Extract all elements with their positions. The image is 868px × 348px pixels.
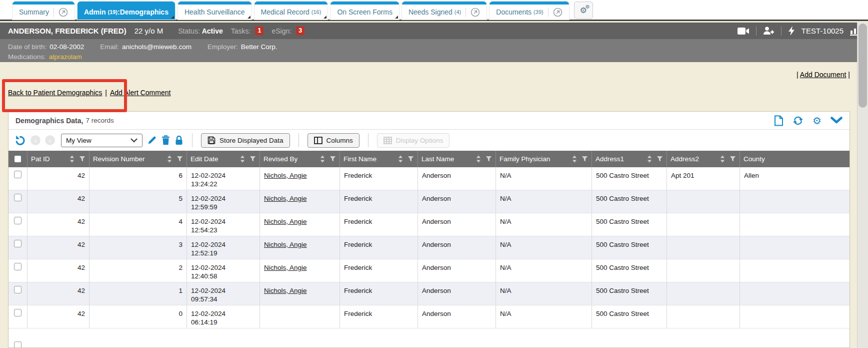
column-header-edit-date[interactable]: Edit Date xyxy=(187,151,260,167)
tab-admin-demographics[interactable]: Admin (19):Demographics xyxy=(78,2,175,20)
cell-family-physician: N/A xyxy=(496,305,592,328)
view-select[interactable]: My View xyxy=(61,134,142,147)
tab-medical-record[interactable]: Medical Record (16) xyxy=(254,2,328,20)
employer-value: Better Corp. xyxy=(241,43,278,51)
cell-family-physician: N/A xyxy=(496,190,592,213)
cell-address2 xyxy=(667,190,740,213)
cell-first-name: Frederick xyxy=(340,282,418,305)
column-header-last-name[interactable]: Last Name xyxy=(418,151,496,167)
table-row: 42 0 12-02-202406:14:19 Frederick Anders… xyxy=(8,305,850,328)
external-link-icon[interactable] xyxy=(548,8,562,17)
edit-view-pencil-icon[interactable] xyxy=(147,135,157,145)
cell-county xyxy=(740,259,850,282)
column-header-revised-by[interactable]: Revised By xyxy=(260,151,340,167)
tab-on-screen-forms[interactable]: On Screen Forms xyxy=(330,2,398,20)
revised-by-link[interactable]: Nichols, Angie xyxy=(264,241,307,248)
revised-by-link[interactable]: Nichols, Angie xyxy=(264,195,307,202)
back-to-patient-demographics-link[interactable]: Back to Patient Demographics xyxy=(8,89,102,97)
external-link-icon[interactable] xyxy=(54,8,68,17)
external-link-icon[interactable] xyxy=(466,8,480,17)
cell-pat-id: 42 xyxy=(28,305,90,328)
row-checkbox[interactable] xyxy=(14,171,22,178)
table-row: 42 1 12-02-202409:57:34 Nichols, Angie F… xyxy=(8,282,850,305)
cell-revision-number: 0 xyxy=(90,305,187,328)
tasks-badge[interactable]: 1 xyxy=(255,27,264,35)
table-body: 42 6 12-02-202413:24:22 Nichols, Angie F… xyxy=(8,167,850,328)
row-checkbox-cell xyxy=(8,190,28,213)
cell-first-name: Frederick xyxy=(340,259,418,282)
table-toolbar: ‹ › My View Store Displayed Data Columns… xyxy=(8,130,850,151)
row-checkbox-cell xyxy=(8,305,28,328)
table-row: 42 4 12-02-202412:54:23 Nichols, Angie F… xyxy=(8,213,850,236)
tab-health-surveillance[interactable]: Health Surveillance xyxy=(178,2,252,20)
tab-count: (4) xyxy=(454,9,461,15)
add-person-icon[interactable] xyxy=(763,27,774,35)
row-checkbox[interactable] xyxy=(14,309,22,316)
lock-view-icon[interactable] xyxy=(174,135,184,145)
columns-button[interactable]: Columns xyxy=(308,133,360,148)
esign-badge[interactable]: 3 xyxy=(296,27,304,35)
prev-view-button[interactable]: ‹ xyxy=(30,135,40,145)
column-header-address1[interactable]: Address1 xyxy=(592,151,667,167)
row-checkbox[interactable] xyxy=(14,263,22,270)
column-header-address2[interactable]: Address2 xyxy=(667,151,740,167)
view-select-value: My View xyxy=(66,137,92,144)
store-displayed-data-button[interactable]: Store Displayed Data xyxy=(201,133,290,148)
add-document-link[interactable]: Add Document xyxy=(800,71,846,79)
column-header-county[interactable]: County xyxy=(740,151,850,167)
revised-by-link[interactable]: Nichols, Angie xyxy=(264,172,307,179)
gears-icon-small: ⚙ xyxy=(586,5,590,10)
vertical-scrollbar[interactable] xyxy=(857,23,868,348)
tab-summary[interactable]: Summary xyxy=(12,2,74,20)
row-checkbox[interactable] xyxy=(14,240,22,247)
column-header-first-name[interactable]: First Name xyxy=(340,151,418,167)
cell-address1: 500 Castro Street xyxy=(592,305,667,328)
column-header-pat-id[interactable]: Pat ID xyxy=(28,151,90,167)
next-view-button[interactable]: › xyxy=(45,135,55,145)
row-checkbox[interactable] xyxy=(14,194,22,201)
tab-label: Medical Record xyxy=(261,8,310,16)
cell-revision-number: 4 xyxy=(90,213,187,236)
demographics-links-row: Back to Patient Demographics | Add Alert… xyxy=(8,89,170,97)
delete-view-trash-icon[interactable] xyxy=(162,135,170,145)
column-header-family-physician[interactable]: Family Physician xyxy=(496,151,592,167)
undo-icon[interactable] xyxy=(14,135,26,146)
cell-revised-by: Nichols, Angie xyxy=(260,190,340,213)
revised-by-link[interactable]: Nichols, Angie xyxy=(264,287,307,294)
medications-value[interactable]: alprazolam xyxy=(49,53,82,61)
row-checkbox-cell xyxy=(8,282,28,305)
cell-revision-number: 6 xyxy=(90,167,187,190)
chevron-down-icon[interactable] xyxy=(830,117,842,124)
refresh-icon[interactable] xyxy=(792,115,804,126)
settings-gear-icon[interactable]: ⚙ xyxy=(812,116,822,126)
revised-by-link[interactable]: Nichols, Angie xyxy=(264,264,307,271)
cell-family-physician: N/A xyxy=(496,236,592,259)
lightning-icon[interactable] xyxy=(788,26,795,36)
column-header-revision-number[interactable]: Revision Number xyxy=(90,151,187,167)
cell-address2 xyxy=(667,236,740,259)
revised-by-link[interactable]: Nichols, Angie xyxy=(264,218,307,225)
row-checkbox[interactable] xyxy=(14,217,22,224)
select-all-checkbox[interactable] xyxy=(14,156,21,162)
tab-documents[interactable]: Documents (39) xyxy=(490,2,568,20)
medications-label: Medications: xyxy=(8,53,46,61)
pipe: | xyxy=(796,71,798,79)
pipe: | xyxy=(848,71,850,79)
add-alert-comment-link[interactable]: Add Alert Comment xyxy=(110,89,170,97)
tab-label: Needs Signed xyxy=(408,8,452,16)
cell-county xyxy=(740,282,850,305)
tab-settings-button[interactable]: ⚙ ⚙ xyxy=(574,2,593,19)
sort-icon xyxy=(476,155,481,163)
video-camera-icon[interactable] xyxy=(738,27,750,35)
cell-first-name: Frederick xyxy=(340,167,418,190)
cell-last-name: Anderson xyxy=(418,213,496,236)
cell-edit-date: 12-02-202412:40:58 xyxy=(187,259,260,282)
tab-needs-signed[interactable]: Needs Signed (4) xyxy=(402,2,486,20)
cell-last-name: Anderson xyxy=(418,190,496,213)
row-checkbox[interactable] xyxy=(14,286,22,293)
footer-checkbox[interactable] xyxy=(14,341,22,348)
sort-icon xyxy=(167,155,172,163)
cell-revised-by: Nichols, Angie xyxy=(260,213,340,236)
new-document-icon[interactable] xyxy=(774,115,784,126)
scrollbar-thumb[interactable] xyxy=(858,24,867,108)
